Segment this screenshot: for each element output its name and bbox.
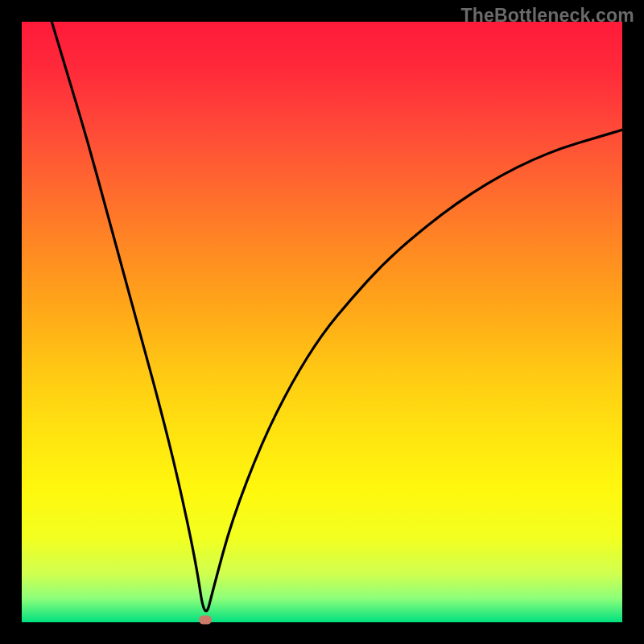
minimum-marker [199,616,212,625]
watermark-text: TheBottleneck.com [460,5,634,27]
bottleneck-curve [22,22,622,622]
plot-area [22,22,622,622]
chart-frame: TheBottleneck.com [0,0,644,644]
